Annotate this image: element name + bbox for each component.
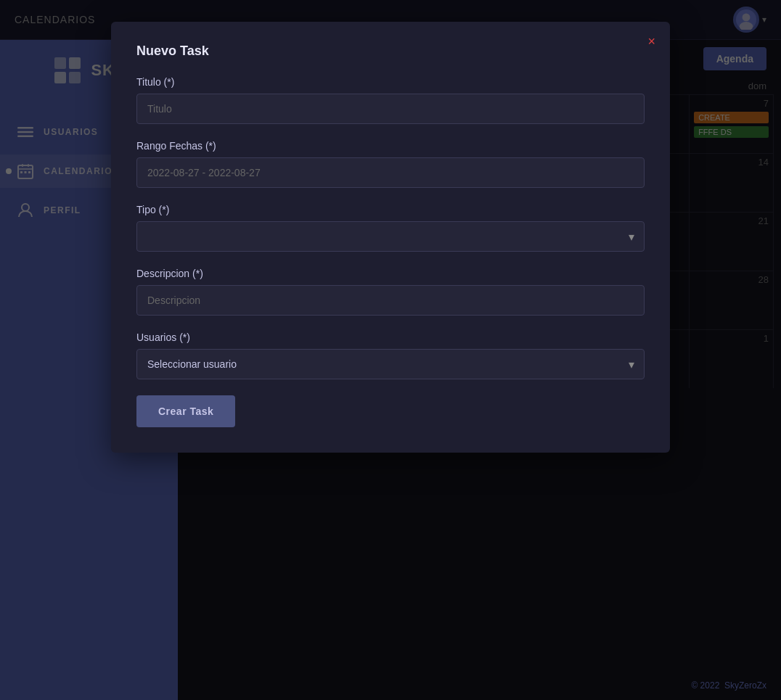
- descripcion-label: Descripcion (*): [136, 268, 645, 279]
- usuarios-select[interactable]: Seleccionar usuario: [136, 349, 645, 379]
- usuarios-label: Usuarios (*): [136, 332, 645, 343]
- modal-close-button[interactable]: ×: [647, 35, 655, 48]
- crear-task-button[interactable]: Crear Task: [136, 395, 235, 427]
- titulo-input[interactable]: [136, 94, 645, 124]
- titulo-field-group: Titulo (*): [136, 76, 645, 124]
- usuarios-field-group: Usuarios (*) Seleccionar usuario ▾: [136, 332, 645, 379]
- usuarios-select-wrapper: Seleccionar usuario ▾: [136, 349, 645, 379]
- rango-fechas-input[interactable]: [136, 157, 645, 188]
- titulo-label: Titulo (*): [136, 76, 645, 88]
- nuevo-task-modal: Nuevo Task × Titulo (*) Rango Fechas (*)…: [111, 22, 670, 453]
- rango-label: Rango Fechas (*): [136, 140, 645, 152]
- tipo-select[interactable]: [136, 221, 645, 252]
- tipo-label: Tipo (*): [136, 204, 645, 215]
- rango-fechas-field-group: Rango Fechas (*): [136, 140, 645, 188]
- tipo-field-group: Tipo (*) ▾: [136, 204, 645, 252]
- descripcion-field-group: Descripcion (*): [136, 268, 645, 316]
- modal-overlay: Nuevo Task × Titulo (*) Rango Fechas (*)…: [0, 0, 781, 700]
- modal-title: Nuevo Task: [136, 44, 645, 59]
- descripcion-input[interactable]: [136, 285, 645, 316]
- tipo-select-wrapper: ▾: [136, 221, 645, 252]
